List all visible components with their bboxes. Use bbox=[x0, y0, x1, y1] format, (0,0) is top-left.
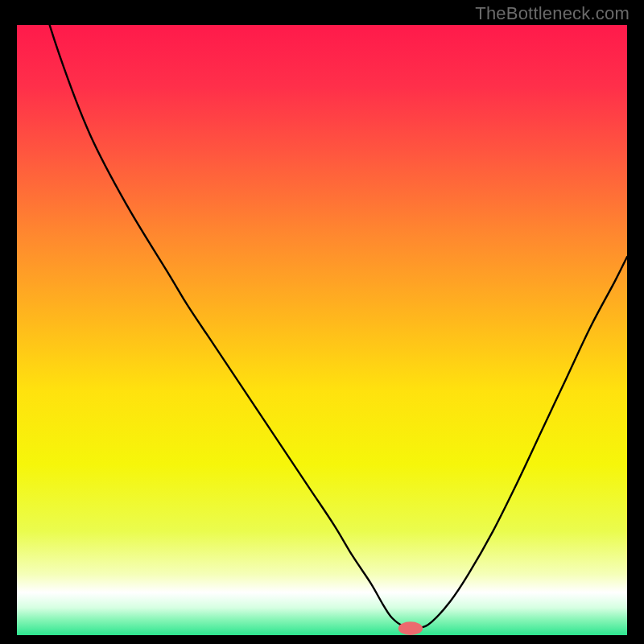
plot-area bbox=[17, 25, 627, 635]
chart-frame: TheBottleneck.com bbox=[0, 0, 644, 644]
optimum-marker bbox=[398, 621, 423, 635]
watermark-text: TheBottleneck.com bbox=[475, 3, 630, 24]
gradient-background bbox=[17, 25, 627, 635]
gradient-plot-svg bbox=[17, 25, 627, 635]
